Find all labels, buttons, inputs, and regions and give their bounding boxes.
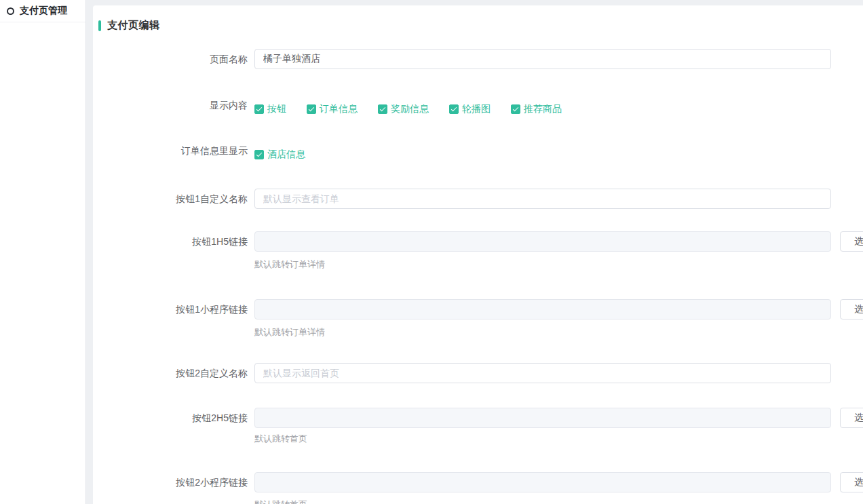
checkbox-奖励信息[interactable]: 奖励信息: [378, 103, 429, 115]
btn1-miniapp-select-button[interactable]: 选: [840, 299, 863, 319]
sidebar-item-label: 支付页管理: [20, 5, 67, 17]
checkbox-酒店信息[interactable]: 酒店信息: [254, 149, 305, 161]
checkbox-label: 推荐商品: [524, 103, 562, 115]
form-row-btn1-miniapp-link: 按钮1小程序链接 选 默认跳转订单详情: [98, 299, 863, 338]
payment-page-editor-card: 支付页编辑 页面名称 显示内容 按钮订单信息奖励信息轮播图推荐商品 订单信息里显…: [93, 5, 863, 504]
checkbox-checked-icon: [254, 104, 264, 114]
btn1-miniapp-link-label: 按钮1小程序链接: [98, 299, 248, 319]
btn2-miniapp-helper-text: 默认跳转首页: [254, 499, 863, 504]
btn1-custom-name-input[interactable]: [254, 189, 831, 209]
checkbox-checked-icon: [307, 104, 316, 114]
btn2-h5-select-button[interactable]: 选: [840, 408, 863, 428]
checkbox-label: 奖励信息: [391, 103, 429, 115]
btn1-h5-link-label: 按钮1H5链接: [98, 231, 248, 252]
checkbox-label: 按钮: [267, 103, 286, 115]
page-name-label: 页面名称: [98, 49, 248, 69]
btn2-h5-link-input: [254, 408, 831, 428]
display-content-label: 显示内容: [98, 99, 248, 111]
btn1-h5-select-button[interactable]: 选: [840, 231, 863, 252]
btn2-h5-helper-text: 默认跳转首页: [254, 433, 863, 444]
checkbox-按钮[interactable]: 按钮: [254, 103, 286, 115]
btn1-miniapp-link-input: [254, 299, 831, 319]
form-row-display-content: 显示内容 按钮订单信息奖励信息轮播图推荐商品: [98, 99, 863, 115]
section-title: 支付页编辑: [98, 19, 863, 32]
order-info-display-label: 订单信息里显示: [98, 144, 248, 156]
checkbox-checked-icon: [449, 104, 459, 114]
form-row-btn1-h5-link: 按钮1H5链接 选 默认跳转订单详情: [98, 231, 863, 270]
sidebar: 支付页管理: [0, 0, 86, 504]
page-name-input[interactable]: [254, 49, 831, 69]
checkbox-checked-icon: [378, 104, 387, 114]
btn1-h5-helper-text: 默认跳转订单详情: [254, 259, 863, 270]
circle-icon: [7, 7, 14, 15]
form-row-btn2-name: 按钮2自定义名称: [98, 363, 863, 383]
checkbox-checked-icon: [254, 150, 264, 159]
form-row-order-info-display: 订单信息里显示 酒店信息: [98, 144, 863, 160]
app-window: 支付页管理 支付页编辑 页面名称 显示内容 按钮订单信息奖励信息轮播图推荐商品: [0, 0, 863, 504]
form-row-btn1-name: 按钮1自定义名称: [98, 189, 863, 209]
btn2-h5-link-label: 按钮2H5链接: [98, 408, 248, 428]
checkbox-轮播图[interactable]: 轮播图: [449, 103, 491, 115]
sidebar-item-payment-page-management[interactable]: 支付页管理: [0, 0, 85, 22]
order-info-checkbox-group: 酒店信息: [254, 149, 305, 160]
checkbox-推荐商品[interactable]: 推荐商品: [511, 103, 562, 115]
payment-page-form: 页面名称 显示内容 按钮订单信息奖励信息轮播图推荐商品 订单信息里显示 酒店信息: [98, 49, 863, 504]
btn1-h5-link-input: [254, 231, 831, 252]
form-row-btn2-h5-link: 按钮2H5链接 选 默认跳转首页: [98, 408, 863, 444]
btn1-miniapp-helper-text: 默认跳转订单详情: [254, 327, 863, 338]
checkbox-label: 酒店信息: [267, 149, 305, 161]
display-content-checkbox-group: 按钮订单信息奖励信息轮播图推荐商品: [254, 104, 562, 115]
form-row-page-name: 页面名称: [98, 49, 863, 69]
checkbox-订单信息[interactable]: 订单信息: [307, 103, 358, 115]
btn2-miniapp-link-input: [254, 472, 831, 492]
title-accent-bar: [98, 20, 101, 31]
btn2-miniapp-link-label: 按钮2小程序链接: [98, 472, 248, 492]
btn2-miniapp-select-button[interactable]: 选: [840, 472, 863, 492]
btn2-name-label: 按钮2自定义名称: [98, 363, 248, 383]
form-row-btn2-miniapp-link: 按钮2小程序链接 选 默认跳转首页: [98, 472, 863, 504]
checkbox-label: 轮播图: [462, 103, 491, 115]
checkbox-label: 订单信息: [320, 103, 358, 115]
page-title: 支付页编辑: [107, 19, 160, 32]
btn1-name-label: 按钮1自定义名称: [98, 189, 248, 209]
checkbox-checked-icon: [511, 104, 520, 114]
btn2-custom-name-input[interactable]: [254, 363, 831, 383]
